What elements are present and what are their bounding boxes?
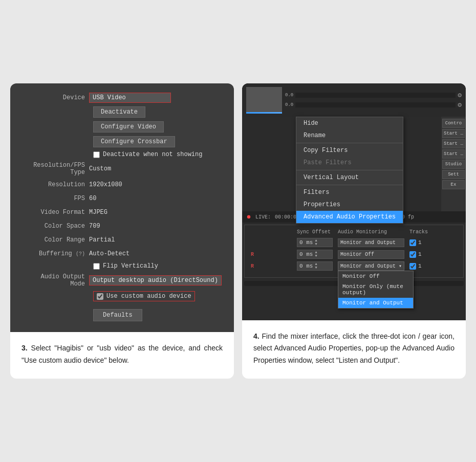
aap-row2-monitor-wrap: Monitor Off	[338, 250, 409, 259]
aap-row3-sync-val: 0 ms	[299, 263, 313, 269]
dd-monitor-and-output[interactable]: Monitor and Output	[338, 298, 413, 308]
aap-row1-monitor-wrap: Monitor and Output	[338, 238, 409, 247]
right-side-panel: Contro Start St Start Re Start Virt Stud…	[441, 117, 466, 211]
configure-video-button[interactable]: Configure Video	[93, 121, 164, 133]
custom-audio-highlight: Use custom audio device	[93, 291, 195, 301]
resolution-row: Resolution 1920x1080	[23, 180, 222, 190]
configure-crossbar-button[interactable]: Configure Crossbar	[93, 136, 175, 147]
ctx-paste-filters[interactable]: Paste Filters	[296, 157, 403, 169]
ctx-vertical-layout[interactable]: Vertical Layout	[296, 171, 403, 184]
aap-row1-sync[interactable]: 0 ms ▲ ▼	[297, 238, 333, 247]
aap-panel: Sync Offset Audio Monitoring Tracks 0 ms…	[244, 225, 464, 278]
custom-audio-label: Use custom audio device	[106, 293, 191, 300]
aap-row3-track-cb[interactable]	[409, 263, 416, 270]
resolution-label: Resolution	[23, 181, 89, 188]
ctx-copy-filters[interactable]: Copy Filters	[296, 144, 403, 157]
aap-row2-monitor-select[interactable]: Monitor Off	[338, 250, 404, 259]
res-fps-row: Resolution/FPS Type Custom	[23, 162, 222, 176]
gear-icon-1[interactable]: ⚙	[458, 91, 462, 99]
aap-col-tracks: Tracks	[409, 229, 440, 235]
ctx-divider-2	[296, 170, 403, 170]
context-menu-area: Hide Rename Copy Filters Paste Filters V…	[242, 117, 466, 211]
ctx-divider-3	[296, 185, 403, 185]
obs-mixer-panel: 0.0 ⚙ 0.0 ⚙	[242, 83, 466, 320]
ctx-properties[interactable]: Properties	[296, 199, 403, 211]
side-btn-2[interactable]: Start Re	[442, 139, 465, 148]
aap-row3-monitor-val: Monitor and Output	[340, 263, 396, 269]
flip-checkbox[interactable]	[93, 263, 100, 270]
side-btn-6[interactable]: Ex	[442, 180, 465, 189]
aap-row2-sync-val: 0 ms	[299, 251, 313, 257]
aap-row1-monitor-select[interactable]: Monitor and Output	[338, 238, 404, 247]
device-label: Device	[23, 94, 89, 101]
btn-row-2: Configure Video	[23, 121, 222, 133]
custom-audio-checkbox[interactable]	[97, 293, 103, 300]
color-range-label: Color Range	[23, 236, 89, 244]
aap-row2-down[interactable]: ▼	[315, 254, 317, 258]
defaults-button[interactable]: Defaults	[93, 309, 142, 321]
btn-row-1: Deactivate	[23, 106, 222, 118]
left-caption: 3. Select "Hagibis" or "usb video" as th…	[10, 332, 234, 378]
right-screenshot: 0.0 ⚙ 0.0 ⚙	[242, 83, 466, 320]
flip-checkbox-row: Flip Vertically	[23, 262, 222, 270]
buffering-value: Auto-Detect	[89, 250, 129, 257]
aap-row1-track: 1	[409, 239, 440, 246]
aap-row-3: R 0 ms ▲ ▼ Monitor and Output ▾	[249, 261, 459, 271]
context-menu: Hide Rename Copy Filters Paste Filters V…	[296, 117, 403, 224]
aap-row2-sync[interactable]: 0 ms ▲ ▼	[297, 250, 333, 259]
resolution-value: 1920x1080	[89, 181, 122, 188]
aap-row3-track-num: 1	[418, 263, 422, 269]
deactivate-label: Deactivate when not showing	[103, 151, 202, 158]
aap-row1-down[interactable]: ▼	[315, 243, 317, 246]
video-thumbnail	[246, 87, 282, 114]
progress-bar	[246, 112, 282, 114]
side-btn-0[interactable]: Contro	[442, 119, 465, 128]
ch1-db: 0.0	[285, 93, 295, 98]
side-btn-1[interactable]: Start St	[442, 129, 465, 138]
color-range-row: Color Range Partial	[23, 235, 222, 245]
side-btn-3[interactable]: Start Virt	[442, 149, 465, 159]
side-btn-5[interactable]: Sett	[442, 170, 465, 179]
aap-row3-dropdown: Monitor Off Monitor Only (mute output) M…	[338, 271, 414, 309]
ctx-divider-1	[296, 143, 403, 143]
aap-row3-dropdown-arrow: ▾	[399, 263, 402, 269]
ctx-hide[interactable]: Hide	[296, 117, 403, 129]
ctx-advanced-audio[interactable]: Advanced Audio Properties	[296, 211, 403, 223]
ch1-bar-container	[295, 93, 456, 98]
res-fps-value: Custom	[89, 165, 111, 172]
aap-row3-monitor-display[interactable]: Monitor and Output ▾	[338, 261, 404, 271]
device-value[interactable]: USB Video	[89, 93, 171, 103]
dd-monitor-only[interactable]: Monitor Only (mute output)	[338, 281, 413, 298]
audio-output-value[interactable]: Output desktop audio (DirectSound)	[89, 275, 222, 285]
aap-row3-arrows: ▲ ▼	[315, 262, 317, 270]
aap-row3-monitor-wrap: Monitor and Output ▾ Monitor Off Monitor…	[338, 261, 409, 271]
ctx-filters[interactable]: Filters	[296, 186, 403, 199]
aap-row3-sync[interactable]: 0 ms ▲ ▼	[297, 261, 333, 271]
left-step-number: 3.	[21, 344, 28, 352]
deactivate-checkbox-row: Deactivate when not showing	[23, 151, 222, 158]
aap-row3-r-label: R	[251, 263, 297, 269]
left-card: Device USB Video Deactivate Configure Vi…	[10, 83, 234, 378]
ctx-rename[interactable]: Rename	[296, 129, 403, 142]
gear-icon-2[interactable]: ⚙	[458, 101, 462, 109]
aap-col-monitoring: Audio Monitoring	[338, 229, 409, 235]
aap-row-2: R 0 ms ▲ ▼ Monitor Off	[249, 250, 459, 259]
deactivate-button[interactable]: Deactivate	[93, 106, 145, 118]
aap-row1-arrows: ▲ ▼	[315, 239, 317, 246]
aap-col-name	[251, 229, 297, 235]
deactivate-checkbox[interactable]	[93, 151, 100, 158]
side-btn-4[interactable]: Studio	[442, 160, 465, 169]
fps-value: 60	[89, 195, 96, 202]
right-step-number: 4.	[253, 332, 259, 340]
aap-row2-track-cb[interactable]	[409, 251, 416, 258]
channel-2: 0.0 ⚙	[285, 101, 462, 109]
audio-output-row: Audio Output Mode Output desktop audio (…	[23, 273, 222, 288]
aap-row3-down[interactable]: ▼	[315, 266, 317, 270]
flip-label: Flip Vertically	[103, 262, 158, 270]
btn-row-3: Configure Crossbar	[23, 136, 222, 147]
aap-row1-track-cb[interactable]	[409, 239, 416, 246]
right-caption-text: Find the mixer interface, click the thre…	[253, 332, 455, 364]
buffering-help-icon: (?)	[76, 251, 85, 257]
dd-monitor-off[interactable]: Monitor Off	[338, 271, 413, 281]
aap-row3-track: 1	[409, 263, 440, 270]
